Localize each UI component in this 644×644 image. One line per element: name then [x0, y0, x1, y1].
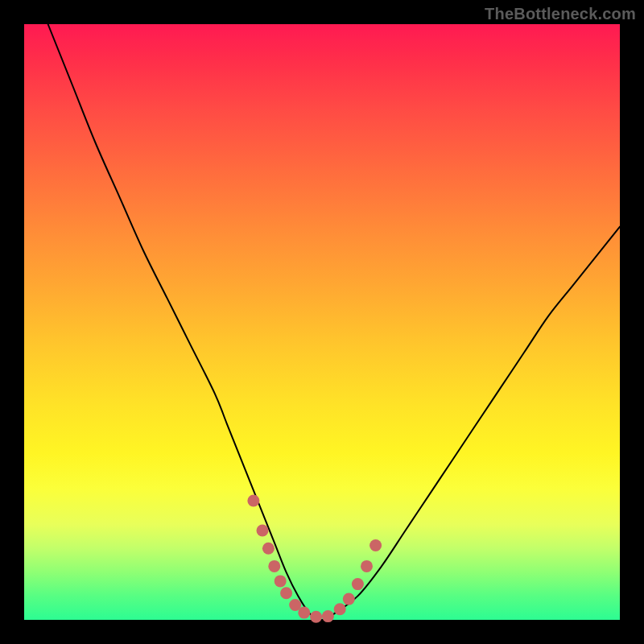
marker-dot — [280, 587, 292, 599]
marker-dot — [262, 543, 275, 555]
marker-dot — [369, 539, 382, 551]
marker-dot — [247, 495, 259, 507]
marker-dot — [343, 593, 355, 605]
bottleneck-curve — [24, 0, 620, 620]
plot-area — [24, 24, 620, 620]
marker-dot — [298, 607, 310, 619]
marker-group — [247, 495, 382, 623]
marker-dot — [352, 578, 364, 590]
marker-dot — [334, 603, 346, 615]
marker-dot — [361, 560, 373, 572]
marker-dot — [322, 610, 334, 622]
chart-frame: TheBottleneck.com — [0, 0, 644, 644]
marker-dot — [310, 611, 322, 623]
marker-dot — [275, 575, 287, 587]
marker-dot — [268, 560, 280, 572]
marker-dot — [257, 525, 269, 537]
watermark-text: TheBottleneck.com — [485, 5, 636, 23]
curve-svg — [24, 24, 620, 620]
